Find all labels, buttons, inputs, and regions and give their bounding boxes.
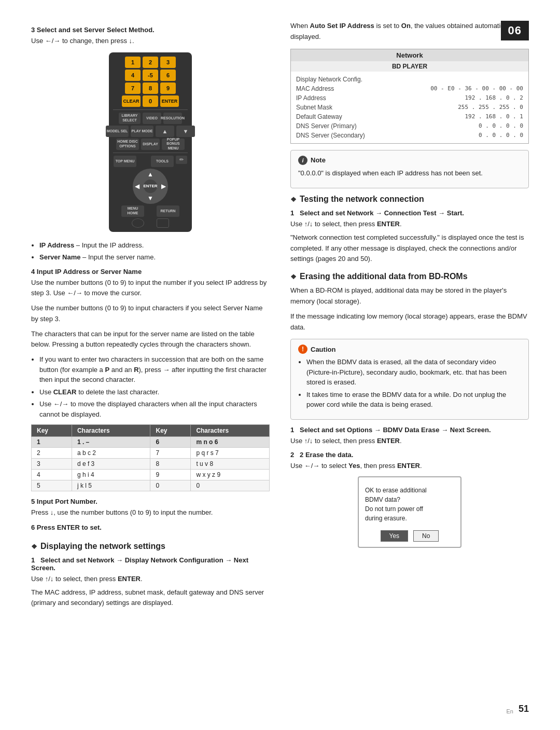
nav-down-arrow[interactable]: ▼: [147, 195, 153, 202]
remote-btn-return[interactable]: RETURN: [157, 205, 179, 217]
remote-btn-model-sel[interactable]: MODEL SEL: [106, 126, 129, 137]
remote-btn-up[interactable]: ▲: [156, 126, 174, 137]
remote-btn-tools[interactable]: TOOLS: [151, 156, 174, 167]
remote-btn-down-arrow[interactable]: ▼: [176, 126, 195, 137]
diamond-icon-testing: ❖: [290, 196, 297, 203]
remote-btn-5[interactable]: -5: [143, 70, 158, 81]
erasing-step1-label: 1: [290, 426, 300, 434]
displaying-step1-label: 1: [31, 556, 40, 564]
remote-row-1: 1 2 3: [125, 57, 176, 68]
char-table: Key Characters Key Characters 11 . –6m n…: [31, 424, 270, 491]
remote-divider-2: [113, 153, 188, 153]
erasing-step2-heading: 2 2 Erase the data.: [290, 451, 529, 459]
dialog-no-btn[interactable]: No: [413, 530, 439, 542]
section5-heading: 5 Input Port Number.: [31, 498, 270, 505]
caution-box: ! Caution When the BDMV data is erased, …: [290, 339, 529, 420]
section4-body2: Use the number buttons (0 to 9) to input…: [31, 303, 270, 325]
remote-btn-4[interactable]: 4: [125, 70, 141, 81]
network-row: MAC Address00 - E0 - 36 - 00 - 00 - 00: [296, 84, 523, 93]
testing-heading-text: Testing the network connection: [300, 195, 424, 204]
char-table-row: 3d e f 38t u v 8: [32, 459, 270, 470]
remote-btn-resolution[interactable]: RESOLUTION: [163, 113, 182, 124]
nav-area: ▲ ▼ ◀ ▶ ENTER: [133, 169, 168, 204]
auto-set-text: When Auto Set IP Address is set to On, t…: [290, 21, 529, 43]
remote-btn-display[interactable]: DISPLAY: [141, 139, 160, 150]
col-header-chars2: Characters: [191, 425, 270, 437]
displaying-step1-body: The MAC address, IP address, subnet mask…: [31, 587, 270, 609]
remote-btn-8[interactable]: 8: [143, 82, 158, 94]
remote-btn-pencil[interactable]: ✏: [176, 156, 187, 164]
right-column: When Auto Set IP Address is set to On, t…: [290, 21, 529, 613]
char-table-row: 2a b c 27p q r s 7: [32, 448, 270, 459]
en-label: En: [507, 708, 513, 714]
note-text: "0.0.0.0" is displayed when each IP addr…: [298, 168, 521, 179]
erasing-step1-text: Select and set Options → BDMV Data Erase…: [300, 426, 491, 434]
remote-btn-popup[interactable]: POPUP BONUSMENU: [162, 139, 185, 150]
caution-bullet: It takes time to erase the BDMV data for…: [306, 390, 521, 410]
caution-icon: !: [298, 345, 307, 354]
testing-step1-label: 1: [290, 209, 300, 217]
note-box: i Note "0.0.0.0" is displayed when each …: [290, 150, 529, 189]
network-row: Default Gateway192 . 168 . 0 . 1: [296, 112, 523, 121]
remote-btn-home-disc[interactable]: HOME DISCOPTIONS: [116, 139, 139, 150]
displaying-heading-text: Displaying the network settings: [40, 542, 165, 551]
section4-bullets: If you want to enter two characters in s…: [39, 354, 270, 419]
erasing-step2-text: 2 Erase the data.: [300, 451, 353, 459]
col-header-key2: Key: [150, 425, 191, 437]
dialog-yes-btn[interactable]: Yes: [381, 530, 409, 542]
remote-btn-0[interactable]: 0: [143, 95, 158, 107]
char-table-row: 11 . –6m n o 6: [32, 437, 270, 448]
displaying-step1-text: Select and set Network → Display Network…: [31, 556, 248, 572]
erasing-step2-sub: Use ←/→ to select Yes, then press ENTER.: [290, 461, 529, 471]
section3-sub: Use ←/→ to change, then press ↓.: [31, 36, 270, 46]
caution-title: ! Caution: [298, 345, 521, 354]
remote-control: 1 2 3 4 -5 6 7 8 9 CLEAR 0 ENTER: [109, 52, 192, 232]
nav-left-arrow[interactable]: ◀: [135, 183, 139, 190]
bullet-clear: Use CLEAR to delete the last character.: [39, 387, 270, 397]
char-table-row: 5j k l 500: [32, 480, 270, 491]
bullet-two-chars: If you want to enter two characters in s…: [39, 354, 270, 385]
nav-right-arrow[interactable]: ▶: [161, 183, 166, 190]
testing-step1-sub: Use ↑/↓ to select, then press ENTER.: [290, 219, 529, 229]
remote-btn-6[interactable]: 6: [160, 70, 176, 81]
remote-row-9: MENUHOME RETURN: [121, 205, 179, 217]
remote-row-2: 4 -5 6: [125, 70, 176, 81]
remote-btn-9[interactable]: 9: [160, 82, 176, 94]
erasing-heading: ❖ Erasing the additional data from BD-RO…: [290, 272, 529, 281]
remote-btn-2[interactable]: 2: [143, 57, 158, 68]
nav-enter-btn[interactable]: ENTER: [144, 180, 157, 193]
nav-up-arrow[interactable]: ▲: [147, 171, 153, 178]
caution-label: Caution: [311, 346, 335, 353]
remote-btn-library[interactable]: LIBRARYSELECT: [119, 113, 141, 124]
remote-divider-1: [113, 109, 188, 110]
erasing-body2: If the message indicating low memory (lo…: [290, 311, 529, 333]
remote-btn-clear[interactable]: CLEAR: [122, 95, 141, 107]
remote-btn-extra[interactable]: [157, 218, 169, 228]
page-badge: 06: [501, 21, 529, 40]
remote-btn-camera[interactable]: [132, 218, 144, 228]
remote-row-4: CLEAR 0 ENTER: [122, 95, 179, 107]
erasing-heading-text: Erasing the additional data from BD-ROMs: [300, 272, 468, 281]
remote-btn-7[interactable]: 7: [125, 82, 141, 94]
note-label: Note: [311, 156, 326, 164]
note-icon: i: [298, 156, 307, 165]
section4-heading: 4 Input IP Address or Server Name: [31, 268, 270, 276]
remote-btn-top-menu[interactable]: TOP MENU: [114, 156, 136, 167]
erasing-step2-label: 2: [290, 451, 300, 459]
remote-btn-play-mode[interactable]: PLAY MODE: [131, 126, 153, 137]
remote-row-8: TOP MENU TOOLS ✏: [114, 156, 187, 167]
remote-btn-video[interactable]: VIDEO: [143, 113, 161, 124]
remote-btn-3[interactable]: 3: [160, 57, 176, 68]
remote-row-6: MODEL SEL PLAY MODE ▲ ▼: [106, 126, 195, 137]
caution-bullets: When the BDMV data is erased, all the da…: [306, 357, 521, 410]
remote-btn-menu-home[interactable]: MENUHOME: [121, 205, 144, 217]
remote-btn-1[interactable]: 1: [125, 57, 141, 68]
remote-btn-enter[interactable]: ENTER: [160, 95, 179, 107]
displaying-step1-heading: 1 Select and set Network → Display Netwo…: [31, 556, 270, 572]
nav-circle[interactable]: ▲ ▼ ◀ ▶ ENTER: [133, 169, 168, 204]
testing-step1-body: "Network connection test completed succe…: [290, 232, 529, 265]
left-column: 3 Select and set Server Select Method. U…: [31, 21, 270, 613]
caution-bullet: When the BDMV data is erased, all the da…: [306, 357, 521, 388]
col-header-chars1: Characters: [72, 425, 150, 437]
testing-step1-text: Select and set Network → Connection Test…: [300, 209, 464, 217]
